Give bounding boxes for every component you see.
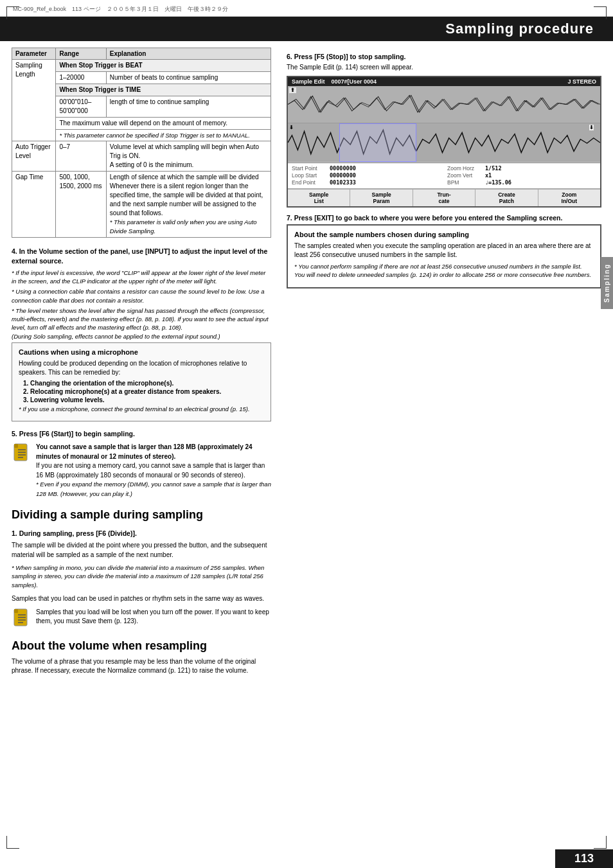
waveform-upper-label: ⬆ [289,87,296,93]
list-item: Changing the orientation of the micropho… [30,380,264,387]
waveform-lower: ⬇ ⬇ [288,123,600,162]
dividing-note: * When sampling in mono, you can divide … [12,563,271,589]
param-auto-trig: Auto Trigger Level [12,141,56,172]
step4-note3: * The level meter shows the level after … [12,306,271,341]
waveform-lower-svg [288,123,600,162]
svg-rect-7 [14,609,18,613]
svg-rect-1 [14,444,18,448]
se-btn-sample-list[interactable]: SampleList [288,190,350,206]
caution-title: Cautions when using a microphone [19,348,264,356]
list-item: Lowering volume levels. [30,396,264,403]
table-row: Auto Trigger Level 0–7 Volume level at w… [12,141,271,172]
se-btn-sample-param[interactable]: SampleParam [350,190,413,206]
waveform-area: ⬆ ⬇ ⬇ [288,86,600,163]
waveform-upper: ⬆ [288,86,600,123]
note-memory: The maximum value will depend on the amo… [56,118,271,130]
dividing-section: Dividing a sample during sampling 1. Dur… [12,508,271,629]
sample-edit-screen: Sample Edit 0007#[User 0004 J STEREO ⬆ [287,76,601,208]
crop-mark-tl [6,6,19,19]
about-sample-title: About the sample numbers chosen during s… [294,231,594,238]
region-label: ⬇ [589,125,594,130]
sample-edit-buttons: SampleList SampleParam Trun-cate CreateP… [288,189,600,206]
range-time: 00'00"010–50'00"000 [56,96,106,118]
list-item: Relocating microphone(s) at a greater di… [30,388,264,395]
value-bpm: ♩=135.06 [485,179,511,186]
label-loop: Loop Start [292,172,327,179]
left-column: Parameter Range Explanation Sampling Len… [12,48,281,680]
step5-note-block: You cannot save a sample that is larger … [12,443,271,499]
caution-intro: Howling could be produced depending on t… [19,359,264,377]
header-bar: MC-909_Ref_e.book 113 ページ ２００５年３月１日 火曜日 … [0,0,613,17]
col-header-range: Range [56,48,106,60]
table-row: Gap Time 500, 1000, 1500, 2000 ms Length… [12,172,271,238]
svg-rect-13 [288,123,600,162]
step5-note-bold: You cannot save a sample that is larger … [36,443,253,460]
header-meta: MC-909_Ref_e.book 113 ページ ２００５年３月１日 火曜日 … [13,5,600,13]
note-icon [12,443,32,465]
se-btn-zoom[interactable]: ZoomIn/Out [538,190,600,206]
label-end: End Point [292,179,327,186]
selection-region [339,123,416,162]
caution-list: Changing the orientation of the micropho… [19,380,264,403]
info-row-bpm: BPM ♩=135.06 [447,179,596,186]
value-start: 00000000 [330,165,356,172]
waveform-upper-svg [288,86,600,123]
page: MC-909_Ref_e.book 113 ページ ２００５年３月１日 火曜日 … [0,0,613,868]
step4-note2: * Using a connection cable that contains… [12,287,271,305]
step6-sub: The Sample Edit (p. 114) screen will app… [287,63,601,72]
dividing-step1-text: The sample will be divided at the point … [12,541,271,560]
caution-box: Cautions when using a microphone Howling… [12,342,271,421]
crop-mark-tr [594,6,607,19]
page-title: Sampling procedure [445,21,594,37]
step5-note-italic: * Even if you expand the memory (DIMM), … [36,481,271,497]
step4-heading: 4. In the Volume section of the panel, u… [12,247,271,265]
value-zoom-h: 1/512 [485,165,502,172]
range-gap-time: 500, 1000, 1500, 2000 ms [56,172,106,238]
param-gap-time: Gap Time [12,172,56,238]
about-sample-box: About the sample numbers chosen during s… [287,224,601,288]
param-sampling-length: Sampling Length [12,60,56,141]
about-volume-title: About the volume when resampling [12,639,271,653]
dividing-note2-block: Samples that you load will be lost when … [12,608,271,630]
explanation-time: length of time to continue sampling [106,96,271,118]
value-zoom-v: x1 [485,172,492,179]
info-row-zoom-v: Zoom Vert x1 [447,172,596,179]
label-bpm: BPM [447,179,483,186]
about-volume-text: The volume of a phrase that you resample… [12,657,271,676]
step7-heading: 7. Press [EXIT] to go back to where you … [287,214,601,222]
value-end: 00102333 [330,179,356,186]
page-num-bar: 113 [0,849,613,868]
about-volume-section: About the volume when resampling The vol… [12,639,271,676]
svg-rect-12 [288,86,600,123]
page-number: 113 [555,849,613,868]
about-sample-text: The samples created when you execute the… [294,242,594,260]
value-loop: 00000000 [330,172,356,179]
dividing-step1-heading: 1. During sampling, press [F6 (Divide)]. [12,529,271,538]
sidebar-tab: Sampling [601,257,613,309]
sample-edit-title: Sample Edit 0007#[User 0004 [292,78,377,85]
dividing-note2-text: Samples that you load will be lost when … [36,608,271,626]
explanation-auto-trig: Volume level at which sampling will begi… [106,141,271,172]
se-btn-truncate[interactable]: Trun-cate [413,190,475,206]
title-bar: Sampling procedure [0,17,613,41]
step4-note1: * If the input level is excessive, the w… [12,269,271,286]
explanation-gap-time: Length of silence at which the sample wi… [106,172,271,238]
label-start: Start Point [292,165,327,172]
about-sample-note: * You cannot perform sampling if there a… [294,262,594,279]
table-row: Sampling Length When Stop Trigger is BEA… [12,60,271,72]
step5-note-body: If you are not using a memory card, you … [36,462,265,479]
subheader-time: When Stop Trigger is TIME [56,84,271,96]
step6-heading: 6. Press [F5 (Stop)] to stop sampling. [287,53,601,60]
waveform-lower-label: ⬇ [289,125,294,130]
se-btn-create-patch[interactable]: CreatePatch [475,190,538,206]
info-row-loop: Loop Start 00000000 [292,172,441,179]
dividing-body: Samples that you load can be used in pat… [12,594,271,604]
note-icon-2 [12,608,32,630]
col-header-explanation: Explanation [106,48,271,60]
col-header-parameter: Parameter [12,48,56,60]
sample-edit-info: Start Point 00000000 Loop Start 00000000… [288,163,600,189]
note-manual: * This parameter cannot be specified if … [56,130,271,141]
info-col-right: Zoom Horz 1/512 Zoom Vert x1 BPM ♩=135.0… [447,165,596,186]
sample-edit-stereo: J STEREO [567,78,596,85]
step5-note-text: You cannot save a sample that is larger … [36,443,271,499]
